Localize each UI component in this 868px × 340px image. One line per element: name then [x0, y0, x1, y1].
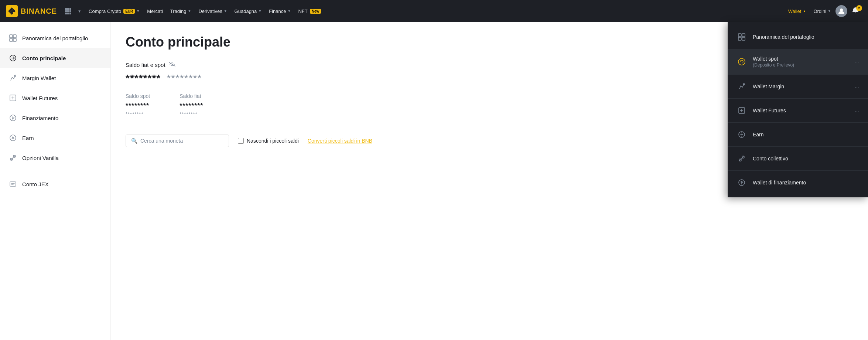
- sidebar-item-jex[interactable]: Conto JEX: [0, 174, 110, 194]
- hide-small-balances-row: Nascondi i piccoli saldi: [238, 138, 299, 144]
- opzioni-icon: [9, 154, 17, 162]
- hide-small-checkbox[interactable]: [238, 138, 244, 144]
- nav-mercati[interactable]: Mercati: [144, 6, 166, 16]
- ordini-nav-button[interactable]: Ordini ▼: [810, 6, 834, 16]
- sidebar-item-futures[interactable]: Wallet Futures: [0, 88, 110, 108]
- chevron-down-icon: ▼: [188, 9, 191, 13]
- nav-dropdown-arrow[interactable]: ▼: [75, 7, 84, 16]
- nav-trading[interactable]: Trading ▼: [167, 6, 194, 16]
- dd-wallet-finanziamento-icon: [737, 177, 747, 188]
- svg-rect-26: [742, 37, 745, 40]
- dd-earn-title: Earn: [753, 132, 764, 137]
- spot-label: Saldo spot: [126, 93, 150, 99]
- svg-rect-1: [65, 8, 67, 10]
- dd-item-earn[interactable]: Earn: [728, 123, 868, 147]
- sidebar-item-margin[interactable]: Margin Wallet: [0, 68, 110, 88]
- sidebar-label-finanziamento: Finanziamento: [22, 115, 58, 121]
- svg-rect-13: [10, 38, 13, 41]
- coin-search-box[interactable]: 🔍: [126, 135, 229, 147]
- ordini-chevron-icon: ▼: [828, 9, 831, 13]
- dd-conto-collettivo-icon: [737, 153, 747, 164]
- svg-rect-14: [13, 38, 16, 41]
- dd-wallet-margin-title: Wallet Margin: [753, 84, 784, 89]
- chevron-down-icon: ▼: [224, 9, 227, 13]
- sidebar-label-opzioni: Opzioni Vanilla: [22, 155, 59, 161]
- notification-button[interactable]: 2: [849, 4, 862, 18]
- dd-wallet-spot-title: Wallet spot: [753, 56, 794, 62]
- margin-icon: [9, 74, 17, 82]
- sidebar: Panoramica del portafoglio Conto princip…: [0, 22, 111, 340]
- user-avatar-button[interactable]: [835, 5, 847, 17]
- chevron-down-icon: ▼: [288, 9, 291, 13]
- grid-chevron-icon: ▼: [78, 9, 81, 13]
- sidebar-label-conto: Conto principale: [22, 55, 66, 61]
- overview-icon: [9, 34, 17, 42]
- svg-point-10: [840, 8, 843, 11]
- nav-nft[interactable]: NFT New: [295, 6, 324, 16]
- dd-wallet-spot-icon: [737, 57, 747, 67]
- eye-slash-icon[interactable]: [168, 62, 176, 68]
- spot-amount: ********: [126, 102, 150, 110]
- grid-menu-button[interactable]: [63, 6, 73, 16]
- chevron-down-icon: ▼: [258, 9, 262, 13]
- conto-icon: [9, 54, 17, 62]
- nav-derivatives[interactable]: Derivatives ▼: [195, 6, 230, 16]
- sidebar-label-jex: Conto JEX: [22, 181, 49, 187]
- sidebar-item-conto[interactable]: Conto principale: [0, 48, 110, 68]
- nav-finance[interactable]: Finance ▼: [266, 6, 294, 16]
- dd-wallet-spot-arrow-icon: …: [855, 59, 859, 64]
- dd-item-wallet-margin[interactable]: Wallet Margin …: [728, 75, 868, 99]
- convert-small-balances-link[interactable]: Converti piccoli saldi in BNB: [308, 138, 372, 144]
- sidebar-item-finanziamento[interactable]: Finanziamento: [0, 108, 110, 128]
- balance-main-btc: ********: [167, 72, 202, 84]
- svg-point-27: [738, 58, 745, 65]
- main-layout: Panoramica del portafoglio Conto princip…: [0, 22, 868, 340]
- dd-item-wallet-spot[interactable]: Wallet spot (Deposito e Prelievo) …: [728, 49, 868, 75]
- futures-icon: [9, 94, 17, 102]
- nav-compra-crypto[interactable]: Compra Crypto EUR ▼: [86, 6, 143, 16]
- hide-small-label[interactable]: Nascondi i piccoli saldi: [247, 138, 299, 144]
- dd-conto-collettivo-title: Conto collettivo: [753, 156, 788, 162]
- svg-rect-12: [13, 35, 16, 38]
- page-title: Conto principale: [126, 34, 230, 50]
- top-navigation: BINANCE ▼ Compra Crypto EUR ▼ Mercati Tr…: [0, 0, 868, 22]
- spot-btc: ********: [126, 111, 150, 117]
- binance-logo[interactable]: BINANCE: [6, 5, 57, 17]
- balance-spot-col: Saldo spot ******** ********: [126, 93, 150, 117]
- nav-guadagna[interactable]: Guadagna ▼: [232, 6, 265, 16]
- dd-wallet-spot-subtitle: (Deposito e Prelievo): [753, 62, 794, 68]
- search-icon: 🔍: [131, 138, 137, 144]
- sidebar-label-earn: Earn: [22, 135, 34, 141]
- svg-rect-24: [742, 34, 745, 37]
- sidebar-item-opzioni[interactable]: Opzioni Vanilla: [0, 148, 110, 168]
- logo-text: BINANCE: [21, 7, 57, 16]
- dd-wallet-futures-title: Wallet Futures: [753, 108, 786, 113]
- svg-rect-4: [65, 10, 67, 12]
- new-badge: New: [310, 9, 321, 14]
- dd-earn-icon: [737, 129, 747, 140]
- wallet-nav-button[interactable]: Wallet ▲: [785, 6, 809, 16]
- balance-fiat-col: Saldo fiat ******** ********: [180, 93, 203, 117]
- fiat-amount: ********: [180, 102, 203, 110]
- dd-item-wallet-futures[interactable]: Wallet Futures …: [728, 99, 868, 123]
- dd-item-wallet-finanziamento[interactable]: Wallet di finanziamento: [728, 171, 868, 194]
- wallet-arrow-up-icon: ▲: [803, 9, 806, 13]
- svg-rect-9: [69, 13, 71, 14]
- sidebar-item-earn[interactable]: Earn: [0, 128, 110, 148]
- dd-wallet-finanziamento-title: Wallet di finanziamento: [753, 180, 806, 186]
- dd-item-conto-collettivo[interactable]: Conto collettivo: [728, 147, 868, 171]
- notification-count-badge: 2: [856, 5, 862, 11]
- search-input[interactable]: [140, 138, 223, 144]
- dd-item-panoramica[interactable]: Panoramica del portafoglio: [728, 25, 868, 49]
- svg-point-19: [10, 135, 16, 141]
- sidebar-label-margin: Margin Wallet: [22, 75, 56, 81]
- balance-label-text: Saldo fiat e spot: [126, 62, 165, 68]
- svg-rect-7: [65, 13, 67, 14]
- svg-rect-11: [10, 35, 13, 38]
- svg-rect-2: [67, 8, 69, 10]
- sidebar-item-panoramica[interactable]: Panoramica del portafoglio: [0, 28, 110, 48]
- dd-wallet-futures-icon: [737, 105, 747, 116]
- chevron-down-icon: ▼: [136, 9, 140, 13]
- svg-rect-8: [67, 13, 69, 14]
- dd-wallet-margin-arrow-icon: …: [855, 84, 859, 89]
